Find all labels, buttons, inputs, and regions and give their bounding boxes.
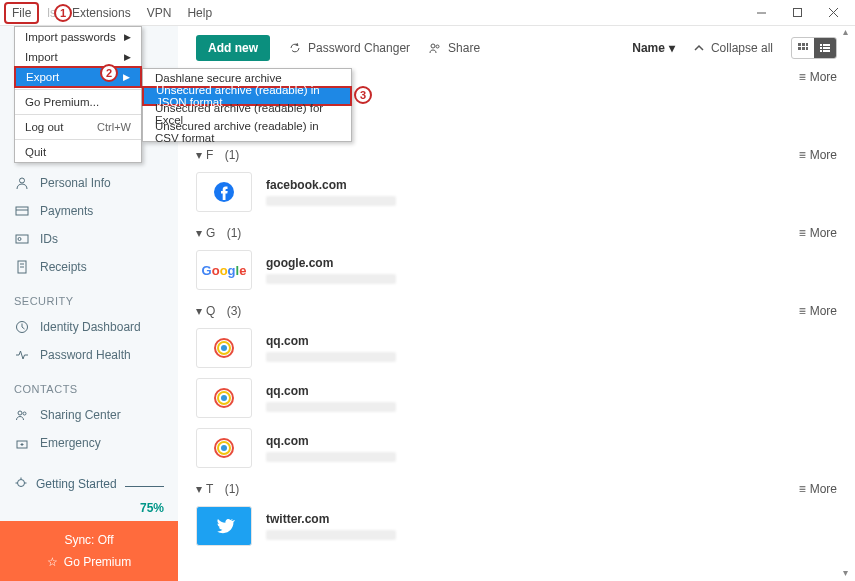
svg-point-23 (18, 480, 25, 487)
sidebar-security-header: SECURITY (0, 281, 178, 313)
sidebar-contacts-header: CONTACTS (0, 369, 178, 401)
refresh-icon (288, 41, 302, 55)
scroll-up-button[interactable]: ▴ (843, 26, 853, 36)
menubar: File ls Extensions VPN Help (0, 0, 855, 26)
facebook-icon (196, 172, 252, 212)
google-icon: Google (196, 250, 252, 290)
sidebar-payments[interactable]: Payments (0, 197, 178, 225)
sidebar-emergency[interactable]: Emergency (0, 429, 178, 457)
group-header-f[interactable]: ▾F (1) (196, 148, 239, 162)
filter-icon: ≡ (799, 226, 806, 240)
list-item[interactable]: qq.com (196, 378, 837, 418)
menu-extensions[interactable]: Extensions (64, 2, 139, 24)
svg-rect-40 (823, 50, 830, 52)
sidebar-personal-info[interactable]: Personal Info (0, 169, 178, 197)
qq-icon (196, 328, 252, 368)
svg-point-11 (18, 238, 21, 241)
filter-icon: ≡ (799, 304, 806, 318)
sidebar-sharing-center[interactable]: Sharing Center (0, 401, 178, 429)
collapse-all-button[interactable]: Collapse all (693, 41, 773, 55)
close-button[interactable] (815, 1, 851, 25)
svg-line-17 (22, 327, 25, 329)
group-header-g[interactable]: ▾G (1) (196, 226, 241, 240)
sidebar-identity-dashboard[interactable]: Identity Dashboard (0, 313, 178, 341)
svg-point-19 (23, 412, 26, 415)
sidebar-password-health[interactable]: Password Health (0, 341, 178, 369)
file-import[interactable]: Import▶ (15, 47, 141, 67)
clock-icon (14, 320, 30, 334)
go-premium-button[interactable]: ☆Go Premium (0, 551, 178, 573)
password-changer-button[interactable]: Password Changer (288, 41, 410, 55)
maximize-button[interactable] (779, 1, 815, 25)
svg-rect-33 (802, 47, 805, 50)
list-item[interactable]: qq.com (196, 328, 837, 368)
svg-rect-37 (820, 47, 822, 49)
annotation-2: 2 (100, 64, 118, 82)
share-button[interactable]: Share (428, 41, 480, 55)
svg-point-50 (221, 445, 227, 451)
toolbar: Add new Password Changer Share Name▾ Col… (178, 26, 855, 70)
menu-file[interactable]: File (4, 2, 39, 24)
list-item[interactable]: facebook.com (196, 172, 837, 212)
export-csv[interactable]: Unsecured archive (readable) in CSV form… (143, 123, 351, 141)
more-button[interactable]: ≡More (799, 226, 837, 240)
filter-icon: ≡ (799, 482, 806, 496)
group-header-q[interactable]: ▾Q (3) (196, 304, 241, 318)
svg-point-7 (20, 178, 25, 183)
group-header-t[interactable]: ▾T (1) (196, 482, 239, 496)
menu-help[interactable]: Help (179, 2, 220, 24)
sidebar-footer: Sync: Off ☆Go Premium (0, 521, 178, 581)
file-log-out[interactable]: Log outCtrl+W (15, 117, 141, 137)
svg-point-44 (221, 345, 227, 351)
svg-rect-39 (820, 50, 822, 52)
svg-rect-8 (16, 207, 28, 215)
window-controls (743, 1, 851, 25)
file-go-premium[interactable]: Go Premium... (15, 92, 141, 112)
getting-started[interactable]: Getting Started (0, 467, 178, 501)
caret-down-icon: ▾ (196, 148, 202, 162)
caret-down-icon: ▾ (669, 41, 675, 55)
list-item[interactable]: qq.com (196, 428, 837, 468)
minimize-button[interactable] (743, 1, 779, 25)
more-button[interactable]: ≡More (799, 304, 837, 318)
file-quit[interactable]: Quit (15, 142, 141, 162)
sync-status[interactable]: Sync: Off (0, 529, 178, 551)
svg-point-47 (221, 395, 227, 401)
sidebar-ids[interactable]: IDs (0, 225, 178, 253)
star-icon: ☆ (47, 555, 58, 569)
more-button[interactable]: ≡More (799, 70, 837, 84)
scroll-down-button[interactable]: ▾ (843, 567, 853, 577)
emergency-icon (14, 436, 30, 450)
svg-rect-38 (823, 47, 830, 49)
grid-view-button[interactable] (792, 38, 814, 58)
svg-point-28 (436, 45, 439, 48)
more-button[interactable]: ≡More (799, 148, 837, 162)
caret-down-icon: ▾ (196, 304, 202, 318)
view-toggle (791, 37, 837, 59)
svg-point-18 (18, 411, 22, 415)
sort-dropdown[interactable]: Name▾ (632, 41, 675, 55)
menu-vpn[interactable]: VPN (139, 2, 180, 24)
sidebar-receipts[interactable]: Receipts (0, 253, 178, 281)
filter-icon: ≡ (799, 70, 806, 84)
qq-icon (196, 378, 252, 418)
receipt-icon (14, 260, 30, 274)
svg-rect-34 (806, 47, 808, 50)
svg-rect-31 (806, 43, 808, 46)
twitter-icon (196, 506, 252, 546)
list-view-button[interactable] (814, 38, 836, 58)
people-icon (14, 408, 30, 422)
file-import-passwords[interactable]: Import passwords▶ (15, 27, 141, 47)
annotation-3: 3 (354, 86, 372, 104)
list-item[interactable]: Google google.com (196, 250, 837, 290)
add-new-button[interactable]: Add new (196, 35, 270, 61)
svg-rect-32 (798, 47, 801, 50)
file-export[interactable]: Export▶ (14, 66, 142, 88)
list-item[interactable]: twitter.com (196, 506, 837, 546)
bulb-icon (14, 477, 28, 491)
svg-rect-36 (823, 44, 830, 46)
more-button[interactable]: ≡More (799, 482, 837, 496)
person-icon (14, 176, 30, 190)
collapse-icon (693, 42, 705, 54)
card-icon (14, 204, 30, 218)
